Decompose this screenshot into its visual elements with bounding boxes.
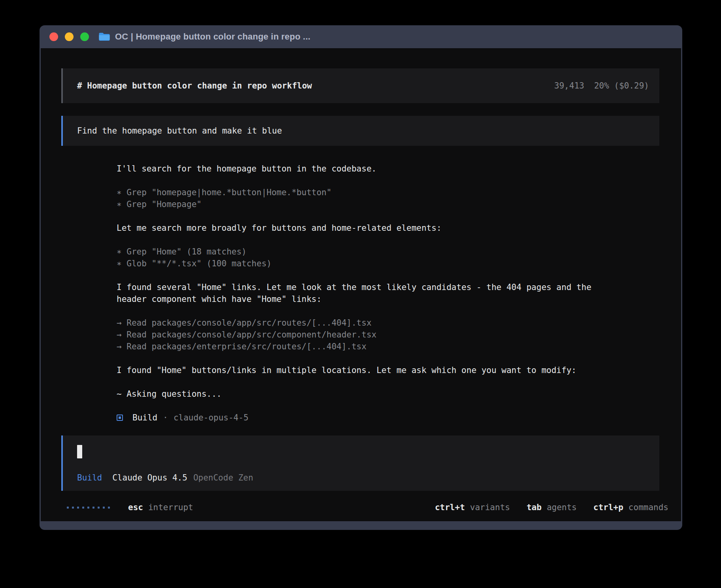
input-agent-label[interactable]: Build — [77, 472, 102, 484]
session-stats: 39,413 20% ($0.29) — [554, 80, 649, 92]
tool-call-read: → Read packages/console/app/src/componen… — [117, 329, 376, 341]
folder-icon — [98, 32, 110, 41]
text-cursor — [77, 445, 82, 458]
assistant-text: I found several "Home" links. Let me loo… — [117, 281, 591, 293]
tool-call-glob: ∗ Glob "**/*.tsx" (100 matches) — [117, 258, 272, 270]
status-right: ctrl+t variants tab agents ctrl+p comman… — [435, 501, 668, 513]
spinner-dots — [67, 507, 110, 509]
close-button[interactable] — [49, 32, 58, 41]
terminal-content: # Homepage button color change in repo w… — [41, 48, 681, 521]
agent-model: claude-opus-4-5 — [174, 412, 249, 424]
tool-call-grep: ∗ Grep "homepage|home.*button|Home.*butt… — [117, 187, 332, 198]
session-header: # Homepage button color change in repo w… — [61, 68, 659, 103]
assistant-text: I found "Home" buttons/links in multiple… — [117, 364, 576, 376]
hint-key-ctrl-p: ctrl+p — [593, 501, 623, 513]
hint-label-variants: variants — [470, 501, 510, 513]
user-message-text: Find the homepage button and make it blu… — [77, 125, 282, 137]
input-model-label[interactable]: Claude Opus 4.5 — [112, 472, 187, 484]
status-left: esc interrupt — [67, 501, 193, 513]
hint-label-commands: commands — [629, 501, 668, 513]
tool-call-grep: ∗ Grep "Homepage" — [117, 198, 202, 210]
assistant-text: header component which have "Home" links… — [117, 293, 321, 305]
prompt-input[interactable]: Build Claude Opus 4.5 OpenCode Zen — [61, 435, 659, 491]
hint-key-esc: esc — [128, 501, 143, 513]
agent-name: Build — [132, 412, 157, 424]
input-meta: Build Claude Opus 4.5 OpenCode Zen — [77, 472, 649, 484]
agent-badge-icon — [117, 415, 123, 421]
hint-agents: tab agents — [527, 501, 577, 513]
minimize-button[interactable] — [65, 32, 74, 41]
zoom-button[interactable] — [80, 32, 89, 41]
agent-status-line: Build · claude-opus-4-5 — [117, 412, 249, 424]
tool-call-read: → Read packages/enterprise/src/routes/[.… — [117, 341, 366, 352]
hint-key-tab: tab — [527, 501, 542, 513]
assistant-text: Let me search more broadly for buttons a… — [117, 222, 442, 234]
screen: OC | Homepage button color change in rep… — [0, 0, 721, 588]
tool-call-read: → Read packages/console/app/src/routes/[… — [117, 317, 372, 329]
window-title: OC | Homepage button color change in rep… — [115, 32, 310, 42]
assistant-status: ~ Asking questions... — [117, 388, 222, 400]
hint-label-agents: agents — [547, 501, 577, 513]
user-message: Find the homepage button and make it blu… — [61, 116, 659, 146]
context-usage-cost: 20% ($0.29) — [594, 80, 649, 92]
input-provider-label: OpenCode Zen — [193, 472, 253, 484]
status-bar: esc interrupt ctrl+t variants tab agents… — [67, 501, 668, 514]
hint-variants: ctrl+t variants — [435, 501, 510, 513]
hint-label-interrupt: interrupt — [148, 501, 193, 513]
tool-call-grep: ∗ Grep "Home" (18 matches) — [117, 246, 247, 258]
hint-commands: ctrl+p commands — [593, 501, 668, 513]
terminal-window: OC | Homepage button color change in rep… — [40, 25, 682, 530]
session-title: # Homepage button color change in repo w… — [77, 80, 312, 92]
titlebar: OC | Homepage button color change in rep… — [41, 25, 681, 48]
agent-separator: · — [163, 412, 168, 424]
traffic-lights — [49, 32, 89, 41]
assistant-text: I'll search for the homepage button in t… — [117, 163, 376, 175]
token-count: 39,413 — [554, 80, 584, 92]
hint-key-ctrl-t: ctrl+t — [435, 501, 465, 513]
hint-interrupt: esc interrupt — [128, 501, 193, 513]
